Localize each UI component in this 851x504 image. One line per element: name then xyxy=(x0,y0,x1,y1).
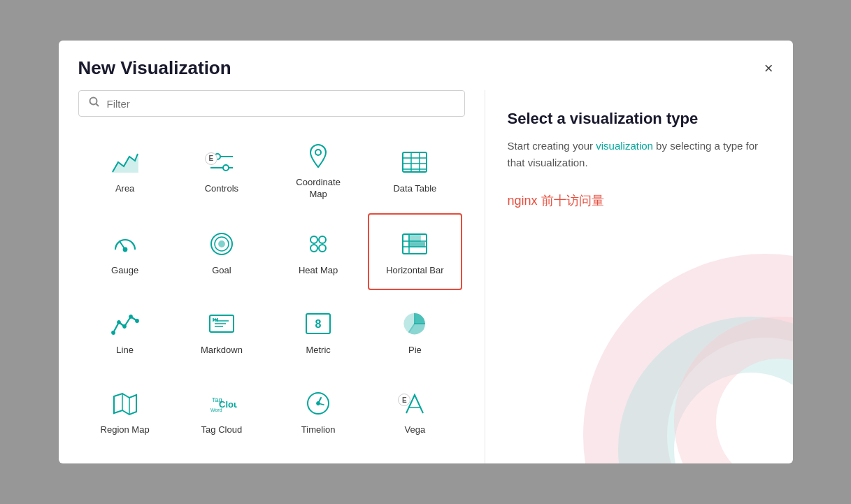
svg-point-29 xyxy=(112,331,115,334)
viz-item-coordinate-map[interactable]: CoordinateMap xyxy=(271,128,365,210)
viz-item-region-map[interactable]: Region Map xyxy=(78,373,172,449)
left-panel: Area E Controls xyxy=(59,90,485,463)
svg-point-22 xyxy=(319,245,326,252)
controls-badge: E xyxy=(205,152,217,165)
viz-label-region-map: Region Map xyxy=(101,424,150,436)
viz-item-data-table[interactable]: Data Table xyxy=(368,128,462,210)
svg-point-49 xyxy=(646,345,793,463)
viz-item-markdown[interactable]: Markdown xyxy=(175,293,269,370)
viz-grid: Area E Controls xyxy=(78,128,465,449)
svg-point-33 xyxy=(136,319,138,322)
viz-item-pie[interactable]: Pie xyxy=(368,293,462,370)
viz-item-vega[interactable]: E Vega xyxy=(368,373,462,449)
decorative-circles xyxy=(569,240,793,463)
viz-item-line[interactable]: Line xyxy=(78,293,172,370)
viz-label-goal: Goal xyxy=(212,265,231,277)
viz-label-metric: Metric xyxy=(306,345,330,357)
viz-label-timelion: Timelion xyxy=(301,424,336,436)
viz-label-gauge: Gauge xyxy=(111,265,138,277)
svg-point-6 xyxy=(223,165,229,171)
svg-point-18 xyxy=(219,241,224,247)
new-visualization-modal: New Visualization × xyxy=(59,41,793,463)
svg-point-21 xyxy=(310,245,317,252)
viz-item-metric[interactable]: 8 Metric xyxy=(271,293,365,370)
search-icon xyxy=(89,96,100,110)
viz-label-coordinate-map: CoordinateMap xyxy=(296,177,341,201)
highlight-text: nginx 前十访问量 xyxy=(508,192,771,209)
viz-item-gauge[interactable]: Gauge xyxy=(78,213,172,290)
svg-rect-28 xyxy=(409,243,424,247)
svg-rect-27 xyxy=(409,236,420,241)
visualization-link[interactable]: visualization xyxy=(596,140,653,152)
svg-point-31 xyxy=(123,325,126,328)
viz-label-tag-cloud: Tag Cloud xyxy=(201,424,243,436)
viz-label-horizontal-bar: Horizontal Bar xyxy=(386,265,443,277)
modal-title: New Visualization xyxy=(78,57,231,79)
close-button[interactable]: × xyxy=(764,61,773,76)
svg-line-1 xyxy=(96,104,99,107)
viz-label-data-table: Data Table xyxy=(393,183,436,195)
svg-point-50 xyxy=(695,338,793,463)
viz-label-vega: Vega xyxy=(405,424,426,436)
svg-point-0 xyxy=(90,98,96,105)
svg-point-20 xyxy=(319,236,326,243)
svg-point-30 xyxy=(117,321,120,324)
modal-body: Area E Controls xyxy=(59,90,793,463)
svg-point-15 xyxy=(123,248,127,252)
viz-label-area: Area xyxy=(115,183,134,195)
viz-label-markdown: Markdown xyxy=(201,345,243,357)
viz-item-controls[interactable]: E Controls xyxy=(175,128,269,210)
viz-label-controls: Controls xyxy=(205,183,238,195)
svg-point-48 xyxy=(625,296,793,463)
right-panel: Select a visualization type Start creati… xyxy=(485,90,793,463)
right-panel-description: Start creating your visualization by sel… xyxy=(508,138,771,171)
modal-overlay: New Visualization × xyxy=(0,0,851,504)
viz-item-horizontal-bar[interactable]: Horizontal Bar xyxy=(368,213,462,290)
right-panel-title: Select a visualization type xyxy=(508,110,771,128)
viz-item-goal[interactable]: Goal xyxy=(175,213,269,290)
svg-text:Word: Word xyxy=(210,408,222,412)
viz-item-area[interactable]: Area xyxy=(78,128,172,210)
svg-point-19 xyxy=(310,236,317,243)
svg-text:8: 8 xyxy=(315,318,322,330)
svg-marker-2 xyxy=(113,154,138,172)
viz-item-heat-map[interactable]: Heat Map xyxy=(271,213,365,290)
search-bar xyxy=(78,90,465,117)
svg-point-7 xyxy=(315,150,321,155)
search-input[interactable] xyxy=(107,98,455,110)
viz-label-pie: Pie xyxy=(408,345,422,357)
modal-header: New Visualization × xyxy=(59,41,793,90)
viz-item-tag-cloud[interactable]: Tag Cloud Word Tag Cloud xyxy=(175,373,269,449)
viz-label-heat-map: Heat Map xyxy=(299,265,338,277)
viz-item-timelion[interactable]: Timelion xyxy=(271,373,365,449)
svg-point-32 xyxy=(129,315,132,318)
viz-label-line: Line xyxy=(116,345,134,357)
